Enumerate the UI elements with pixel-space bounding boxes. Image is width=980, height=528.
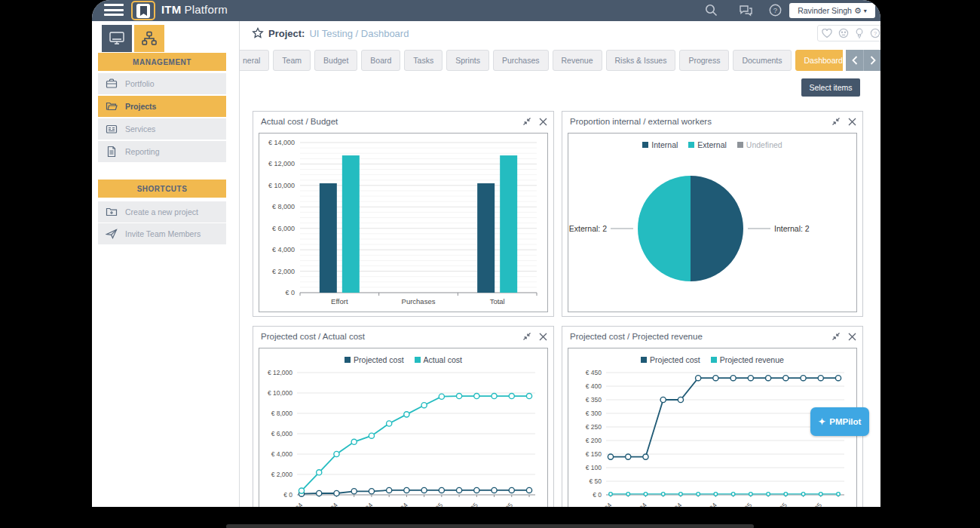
panel-actions [522, 332, 547, 341]
svg-text:2025: 2025 [499, 501, 514, 507]
panel-actual-cost-budget: Actual cost / Budget€ 0€ 2,000€ 4,000€ 6… [253, 111, 554, 317]
svg-text:€ 12,000: € 12,000 [268, 160, 295, 167]
chart-legend: Projected costProjected revenue [568, 351, 856, 368]
feedback-icon-group: ? [817, 25, 880, 41]
tab-documents[interactable]: Documents [733, 50, 791, 71]
svg-text:?: ? [874, 30, 877, 37]
sidebar-item-services[interactable]: Services [98, 118, 226, 140]
brand-bold: ITM [161, 3, 181, 16]
svg-text:External: 2: External: 2 [569, 224, 607, 233]
close-icon[interactable] [848, 118, 856, 126]
svg-text:2025: 2025 [738, 501, 753, 507]
services-icon [106, 123, 118, 135]
topbar: ITMPlatform ? Ravinder Singh ⚙ ▾ [92, 0, 880, 21]
svg-text:€ 0: € 0 [593, 491, 602, 499]
sidebar-item-label: Services [125, 124, 155, 134]
collapse-icon[interactable] [831, 332, 841, 341]
svg-text:€ 450: € 450 [586, 369, 602, 376]
chart-area: InternalExternalUndefinedInternal: 2Exte… [568, 133, 857, 312]
sidebar-section-header: MANAGEMENT [98, 53, 226, 71]
collapse-icon[interactable] [522, 117, 531, 126]
svg-text:2025: 2025 [808, 501, 823, 507]
project-tab-bar: neralTeamBudgetBoardTasksSprintsPurchase… [240, 50, 843, 72]
svg-text:€ 0: € 0 [285, 289, 295, 296]
svg-text:€ 6,000: € 6,000 [271, 430, 293, 437]
select-items-button[interactable]: Select items [801, 78, 860, 97]
heart-icon[interactable] [822, 29, 832, 38]
lightbulb-icon[interactable] [855, 28, 864, 38]
question-icon[interactable]: ? [870, 28, 880, 38]
user-name: Ravinder Singh [798, 6, 852, 15]
tab-risks-issues[interactable]: Risks & Issues [606, 50, 676, 71]
sidebar-tab-desktop[interactable] [102, 25, 132, 52]
svg-text:€ 8,000: € 8,000 [272, 203, 295, 210]
panel-proportion-internal-external-workers: Proportion internal / external workersIn… [562, 111, 863, 317]
favorite-star-icon[interactable] [252, 27, 264, 39]
tab-tasks[interactable]: Tasks [404, 50, 443, 71]
caret-down-icon: ▾ [864, 8, 867, 14]
svg-text:€ 0: € 0 [283, 491, 292, 499]
help-icon[interactable]: ? [768, 3, 782, 17]
svg-text:€ 300: € 300 [586, 410, 602, 417]
sidebar-item-label: Reporting [125, 147, 160, 156]
pmpilot-button[interactable]: ✦ PMPilot [810, 407, 869, 436]
close-icon[interactable] [539, 118, 547, 126]
sidebar-item-reporting[interactable]: Reporting [98, 141, 226, 163]
legend-item-projected-revenue: Projected revenue [711, 355, 784, 364]
svg-text:€ 10,000: € 10,000 [268, 182, 295, 189]
sidebar-item-invite-team-members[interactable]: Invite Team Members [98, 223, 226, 245]
legend-item-projected-cost: Projected cost [641, 355, 700, 364]
tab-scroll-right-button[interactable] [864, 50, 880, 71]
legend-swatch [688, 142, 694, 148]
tab-budget[interactable]: Budget [314, 50, 357, 71]
panel-title: Projected cost / Projected revenue [570, 332, 703, 341]
svg-text:€ 12,000: € 12,000 [268, 369, 292, 376]
gear-icon: ⚙ [854, 6, 862, 16]
tab-dashboard[interactable]: Dashboard [795, 50, 843, 71]
close-icon[interactable] [539, 333, 547, 341]
user-menu-button[interactable]: Ravinder Singh ⚙ ▾ [789, 3, 875, 18]
hamburger-menu-icon[interactable] [104, 4, 124, 17]
sidebar-item-create-a-new-project[interactable]: Create a new project [98, 201, 226, 223]
chat-icon[interactable] [739, 3, 753, 17]
send-icon [106, 228, 118, 240]
collapse-icon[interactable] [522, 332, 531, 341]
tab-neral[interactable]: neral [240, 50, 269, 71]
tab-scroll-left-button[interactable] [846, 50, 864, 71]
close-icon[interactable] [848, 333, 856, 341]
svg-text:€ 10,000: € 10,000 [268, 389, 292, 397]
tab-revenue[interactable]: Revenue [553, 50, 602, 71]
svg-text:2024: 2024 [668, 501, 683, 507]
sidebar-section-header: SHORTCUTS [98, 180, 226, 198]
svg-text:€ 4,000: € 4,000 [271, 450, 293, 458]
svg-text:€ 50: € 50 [589, 477, 602, 485]
itm-logo[interactable] [131, 1, 155, 20]
svg-text:Purchases: Purchases [402, 297, 436, 305]
tab-sprints[interactable]: Sprints [446, 50, 489, 71]
panel-actions [831, 117, 856, 126]
collapse-icon[interactable] [831, 117, 841, 126]
svg-text:€ 2,000: € 2,000 [271, 471, 293, 478]
tab-board[interactable]: Board [361, 50, 400, 71]
svg-text:€ 100: € 100 [586, 464, 602, 471]
face-icon[interactable] [838, 28, 849, 38]
tab-team[interactable]: Team [273, 50, 311, 71]
legend-swatch [415, 357, 421, 363]
legend-item-external: External [688, 140, 727, 149]
sidebar-tab-hierarchy[interactable] [134, 25, 164, 52]
panel-header: Proportion internal / external workers [562, 112, 862, 132]
legend-item-actual-cost: Actual cost [415, 355, 462, 364]
briefcase-icon [106, 78, 118, 90]
pie-slice-external [638, 176, 691, 281]
tab-purchases[interactable]: Purchases [493, 50, 549, 71]
sidebar-item-portfolio[interactable]: Portfolio [98, 73, 226, 95]
search-icon[interactable] [704, 3, 718, 17]
legend-swatch [737, 142, 743, 148]
tab-progress[interactable]: Progress [679, 50, 729, 71]
svg-text:€ 4,000: € 4,000 [272, 246, 295, 253]
sidebar-item-projects[interactable]: Projects [98, 96, 226, 118]
breadcrumb-path[interactable]: UI Testing / Dashboard [309, 28, 409, 39]
sidebar-item-label: Projects [125, 102, 156, 111]
svg-text:€ 400: € 400 [586, 382, 602, 390]
panel-title: Actual cost / Budget [261, 117, 338, 126]
